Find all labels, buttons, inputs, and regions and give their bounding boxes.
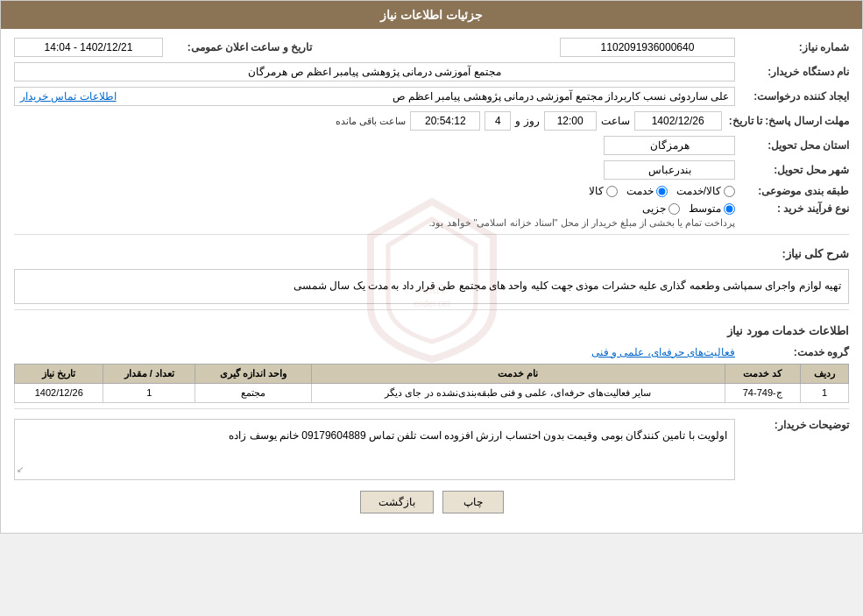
buyer-notes-label: توضیحات خریدار:	[735, 414, 849, 431]
remaining-label: ساعت باقی مانده	[331, 116, 410, 127]
table-cell-1: ج-749-74	[725, 383, 800, 402]
niyaz-number-label: شماره نیاز:	[735, 41, 849, 53]
services-section-title: اطلاعات خدمات مورد نیاز	[727, 324, 849, 337]
date-value: 1402/12/21 - 14:04	[14, 38, 163, 57]
services-section: اطلاعات خدمات مورد نیاز گروه خدمت: فعالی…	[14, 317, 849, 403]
purchase-type-note: پرداخت تمام یا بخشی از مبلغ خریدار از مح…	[428, 217, 735, 229]
dastgah-value: مجتمع آموزشی درمانی پژوهشی پیامبر اعظم ص…	[14, 62, 735, 81]
category-row: طبقه بندی موضوعی: کالا/خدمت خدمت کالا	[14, 185, 849, 197]
page-header: جزئیات اطلاعات نیاز	[1, 1, 862, 29]
date-label: تاریخ و ساعت اعلان عمومی:	[163, 41, 312, 53]
province-value: هرمزگان	[604, 136, 735, 155]
purchase-type-row: نوع فرآیند خرید : متوسط جزیی پرداخت تمام…	[14, 202, 849, 229]
col-date: تاریخ نیاز	[15, 364, 103, 383]
category-kala[interactable]: کالا	[589, 185, 618, 197]
buyer-notes-text: اولویت با تامین کنندگان بومی وقیمت بدون …	[229, 429, 727, 442]
service-group-row: گروه خدمت: فعالیت‌های حرفه‌ای، علمی و فن…	[14, 346, 849, 358]
buttons-row: چاپ بازگشت	[14, 491, 849, 513]
province-label: استان محل تحویل:	[735, 139, 849, 152]
creator-value: علی ساردوئی نسب کاربرداز مجتمع آموزشی در…	[393, 90, 729, 103]
table-cell-0: 1	[800, 383, 848, 402]
city-value: بندرعباس	[604, 160, 735, 180]
category-kala-khedmat-radio[interactable]	[724, 186, 735, 197]
city-row: شهر محل تحویل: بندرعباس	[14, 160, 849, 180]
creator-value-box: علی ساردوئی نسب کاربرداز مجتمع آموزشی در…	[14, 87, 735, 106]
category-radio-group: کالا/خدمت خدمت کالا	[589, 185, 735, 197]
purchase-type-mota-label: متوسط	[689, 202, 721, 215]
creator-label: ایجاد کننده درخواست:	[735, 90, 849, 103]
col-row: ردیف	[800, 364, 848, 383]
description-box: تهیه لوازم واجرای سمپاشی وطعمه گذاری علی…	[14, 269, 849, 304]
resize-handle: ↙	[17, 462, 24, 478]
deadline-days: 4	[485, 111, 511, 131]
page-wrapper: جزئیات اطلاعات نیاز AnaT ender.net شماره…	[0, 0, 863, 534]
buyer-notes-value: اولویت با تامین کنندگان بومی وقیمت بدون …	[14, 419, 735, 480]
divider-2	[14, 309, 849, 310]
buyer-notes-section-row: توضیحات خریدار: اولویت با تامین کنندگان …	[14, 414, 849, 480]
purchase-type-joz-radio[interactable]	[668, 203, 680, 215]
table-cell-3: مجتمع	[195, 383, 312, 402]
category-kala-khedmat[interactable]: کالا/خدمت	[676, 185, 735, 197]
purchase-type-mota[interactable]: متوسط	[689, 202, 735, 215]
deadline-label: مهلت ارسال پاسخ: تا تاریخ:	[722, 115, 849, 127]
description-section-title: شرح کلی نیاز:	[782, 247, 849, 260]
dastgah-label: نام دستگاه خریدار:	[735, 66, 849, 78]
category-khedmat[interactable]: خدمت	[626, 185, 668, 197]
services-table: ردیف کد خدمت نام خدمت واحد اندازه گیری ت…	[14, 364, 849, 403]
niyaz-number-value: 1102091936000640	[560, 38, 735, 57]
services-section-title-row: اطلاعات خدمات مورد نیاز	[14, 317, 849, 341]
col-qty: تعداد / مقدار	[103, 364, 195, 383]
category-khedmat-radio[interactable]	[656, 186, 668, 197]
deadline-date: 1402/12/26	[634, 111, 722, 131]
purchase-type-radio-group: متوسط جزیی	[428, 202, 735, 215]
table-cell-4: 1	[103, 383, 195, 402]
dastgah-row: نام دستگاه خریدار: مجتمع آموزشی درمانی پ…	[14, 62, 849, 81]
col-unit: واحد اندازه گیری	[195, 364, 312, 383]
print-button[interactable]: چاپ	[442, 491, 504, 513]
city-label: شهر محل تحویل:	[735, 164, 849, 176]
creator-row: ایجاد کننده درخواست: علی ساردوئی نسب کار…	[14, 87, 849, 106]
purchase-type-label: نوع فرآیند خرید :	[735, 202, 849, 215]
divider-3	[14, 408, 849, 409]
table-cell-5: 1402/12/26	[15, 383, 103, 402]
page-title: جزئیات اطلاعات نیاز	[380, 8, 483, 22]
service-group-value[interactable]: فعالیت‌های حرفه‌ای، علمی و فنی	[591, 346, 735, 358]
divider-1	[14, 234, 849, 235]
table-row: 1ج-749-74سایر فعالیت‌های حرفه‌ای، علمی و…	[15, 383, 849, 402]
back-button[interactable]: بازگشت	[360, 491, 434, 513]
deadline-row: مهلت ارسال پاسخ: تا تاریخ: 1402/12/26 سا…	[14, 111, 849, 131]
purchase-type-joz-label: جزیی	[642, 202, 666, 215]
buyer-notes-container: اولویت با تامین کنندگان بومی وقیمت بدون …	[14, 414, 735, 480]
days-label: روز و	[511, 115, 543, 127]
category-kala-radio[interactable]	[606, 186, 618, 197]
table-cell-2: سایر فعالیت‌های حرفه‌ای، علمی و فنی طبقه…	[311, 383, 725, 402]
service-group-label: گروه خدمت:	[735, 346, 849, 358]
purchase-type-joz[interactable]: جزیی	[642, 202, 680, 215]
deadline-time: 12:00	[544, 111, 597, 131]
deadline-remaining: 20:54:12	[410, 111, 480, 131]
niyaz-number-row: شماره نیاز: 1102091936000640 تاریخ و ساع…	[14, 38, 849, 57]
purchase-type-mota-radio[interactable]	[724, 203, 735, 215]
description-section-title-row: شرح کلی نیاز:	[14, 240, 849, 264]
province-row: استان محل تحویل: هرمزگان	[14, 136, 849, 155]
col-code: کد خدمت	[725, 364, 800, 383]
creator-link[interactable]: اطلاعات تماس خریدار	[20, 90, 117, 103]
category-khedmat-label: خدمت	[626, 185, 654, 197]
col-name: نام خدمت	[311, 364, 725, 383]
category-kala-khedmat-label: کالا/خدمت	[676, 185, 721, 197]
time-label: ساعت	[597, 115, 634, 127]
content-area: AnaT ender.net شماره نیاز: 1102091936000…	[1, 29, 862, 533]
category-kala-label: کالا	[589, 185, 604, 197]
category-label: طبقه بندی موضوعی:	[735, 185, 849, 197]
